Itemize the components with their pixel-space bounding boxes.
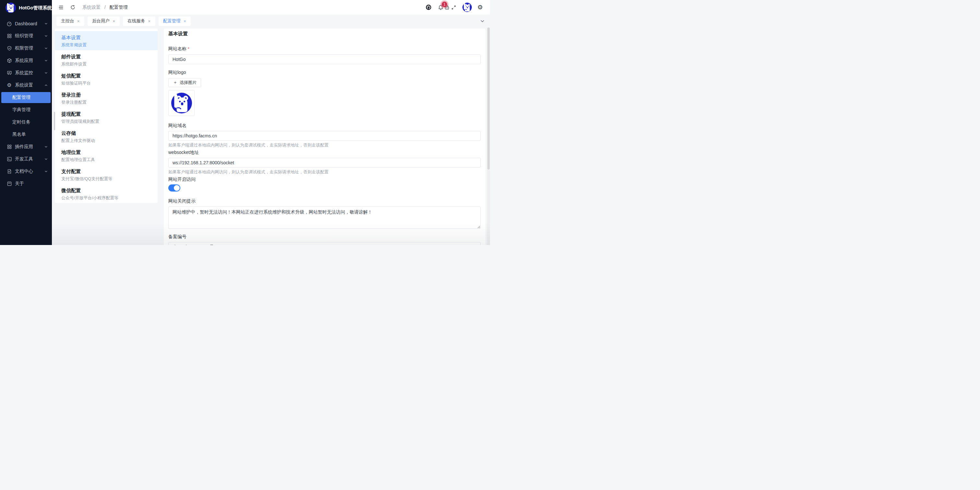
- site-logo-label: 网站logo: [168, 69, 480, 76]
- sidebar-subitem-dictionary[interactable]: 字典管理: [0, 104, 52, 116]
- site-name-input[interactable]: [168, 54, 480, 64]
- settings-nav-panel: 基本设置 系统常规设置 邮件设置 系统邮件设置 短信配置 短信验证码平台 登录注…: [55, 29, 158, 203]
- sidebar-item-system-apps[interactable]: 系统应用: [0, 54, 52, 67]
- required-asterisk: *: [188, 46, 189, 51]
- settings-nav-sms[interactable]: 短信配置 短信验证码平台: [55, 69, 158, 89]
- tab-close-icon[interactable]: ✕: [113, 19, 115, 23]
- site-name-label: 网站名称*: [168, 45, 480, 52]
- tab-backend-users[interactable]: 后台用户 ✕: [88, 16, 120, 26]
- collapse-sidebar-icon[interactable]: [58, 4, 64, 11]
- sidebar-item-system-settings[interactable]: ⚙ 系统设置: [0, 79, 52, 91]
- grid-icon: [6, 144, 12, 150]
- toggle-knob: [174, 185, 180, 191]
- frame-icon: [6, 181, 12, 187]
- vertical-scrollbar-thumb[interactable]: [487, 27, 490, 170]
- websocket-hint: 如果客户端通过本地或内网访问，则认为是调试模式，走实际请求地址，否则走该配置: [168, 169, 480, 175]
- settings-nav-login-register[interactable]: 登录注册 登录注册配置: [55, 89, 158, 108]
- sidebar-item-organization[interactable]: 组织管理: [0, 30, 52, 42]
- sidebar-item-dashboard[interactable]: Dashboard: [0, 17, 52, 30]
- app-title: HotGo管理系统: [19, 5, 52, 11]
- settings-nav-email[interactable]: 邮件设置 系统邮件设置: [55, 50, 158, 69]
- site-domain-input[interactable]: [168, 131, 480, 141]
- sidebar-subitem-scheduled-tasks[interactable]: 定时任务: [0, 116, 52, 128]
- settings-nav-payment[interactable]: 支付配置 支付宝/微信/QQ支付配置等: [55, 165, 158, 184]
- settings-nav-geolocation[interactable]: 地理位置 配置地理位置工具: [55, 146, 158, 165]
- site-domain-hint: 如果客户端通过本地或内网访问，则认为是调试模式，走实际请求地址，否则走该配置: [168, 142, 480, 148]
- websocket-label: websocket地址: [168, 149, 480, 156]
- tab-close-icon[interactable]: ✕: [183, 19, 186, 23]
- pick-image-button[interactable]: ＋ 选择图片: [168, 78, 201, 87]
- chevron-down-icon: [44, 59, 48, 63]
- settings-nav-basic[interactable]: 基本设置 系统常规设置: [55, 31, 158, 50]
- site-domain-label: 网站域名: [168, 122, 480, 129]
- chevron-down-icon: [44, 157, 48, 161]
- breadcrumb-current: 配置管理: [110, 5, 128, 10]
- chevron-down-icon: [44, 34, 48, 38]
- settings-gear-icon[interactable]: ⚙: [477, 4, 483, 10]
- sidebar-menu: Dashboard 组织管理 权限管理: [0, 17, 52, 190]
- breadcrumb-parent[interactable]: 系统设置: [83, 5, 100, 10]
- sidebar-item-dev-tools[interactable]: 开发工具: [0, 153, 52, 165]
- chevron-down-icon: [44, 22, 48, 25]
- site-logo-preview[interactable]: [168, 90, 194, 116]
- breadcrumb: 系统设置 / 配置管理: [83, 5, 128, 10]
- koala-logo-icon: [5, 3, 16, 13]
- fullscreen-icon[interactable]: [450, 4, 457, 11]
- tab-close-icon[interactable]: ✕: [148, 19, 151, 23]
- settings-nav-cloud-storage[interactable]: 云存储 配置上传文件驱动: [55, 127, 158, 146]
- plus-icon: ＋: [173, 80, 177, 86]
- chevron-down-icon: [44, 71, 48, 75]
- monitor-chart-icon: [6, 70, 12, 76]
- chevron-down-icon: [44, 145, 48, 149]
- github-icon[interactable]: [425, 4, 432, 11]
- settings-nav-wechat[interactable]: 微信配置 公众号/开放平台/小程序配置等: [55, 184, 158, 203]
- sidebar: HotGo管理系统 Dashboard 组织管理: [0, 0, 52, 245]
- sidebar-item-system-monitor[interactable]: 系统监控: [0, 67, 52, 79]
- chevron-down-icon: [44, 46, 48, 50]
- vertical-scrollbar[interactable]: [487, 27, 490, 245]
- dashboard-icon: [6, 21, 12, 27]
- top-header: 系统设置 / 配置管理 1 ⚙: [52, 0, 490, 14]
- sidebar-item-docs-center[interactable]: 文档中心: [0, 165, 52, 178]
- settings-nav-withdrawal[interactable]: 提现配置 管理员提现规则配置: [55, 108, 158, 127]
- settings-nav-scrollbar[interactable]: [54, 112, 55, 130]
- icp-label: 备案编号: [168, 233, 480, 240]
- basic-settings-form: 基本设置 网站名称* 网站logo ＋ 选择图片 网站域名 如果客户端通过本地或…: [164, 29, 485, 245]
- sidebar-subitem-config-management[interactable]: 配置管理: [1, 92, 51, 103]
- app-window: HotGo管理系统 Dashboard 组织管理: [0, 0, 490, 245]
- close-tip-textarea[interactable]: 网站维护中，暂时无法访问！本网站正在进行系统维护和技术升级，网站暂时无法访问，敬…: [168, 206, 480, 229]
- app-logo[interactable]: HotGo管理系统: [0, 0, 52, 15]
- breadcrumb-separator: /: [104, 5, 106, 10]
- tab-online-service[interactable]: 在线服务 ✕: [123, 16, 155, 26]
- websocket-input[interactable]: [168, 158, 480, 168]
- site-open-label: 网站开启访问: [168, 176, 480, 183]
- site-open-toggle[interactable]: [168, 184, 180, 192]
- sidebar-item-permissions[interactable]: 权限管理: [0, 42, 52, 54]
- cube-icon: [6, 58, 12, 63]
- grid-icon: [6, 33, 12, 39]
- tab-bar: 主控台 ✕ 后台用户 ✕ 在线服务 ✕ 配置管理 ✕: [52, 14, 490, 27]
- chevron-up-icon: [44, 83, 48, 87]
- sidebar-item-about[interactable]: 关于: [0, 178, 52, 190]
- avatar[interactable]: [463, 3, 472, 12]
- close-tip-label: 网站关闭提示: [168, 197, 480, 205]
- tab-console[interactable]: 主控台 ✕: [56, 16, 84, 26]
- chevron-down-icon: [44, 170, 48, 173]
- refresh-icon[interactable]: [69, 4, 76, 11]
- notification-badge: 1: [442, 2, 447, 7]
- terminal-icon: [6, 157, 12, 162]
- form-heading: 基本设置: [168, 30, 480, 37]
- tabbar-chevron-down-icon[interactable]: [480, 14, 485, 27]
- document-icon: [6, 169, 12, 174]
- koala-logo-image: [171, 93, 192, 113]
- shield-check-icon: [6, 46, 12, 51]
- tab-close-icon[interactable]: ✕: [77, 19, 80, 23]
- gear-icon: ⚙: [6, 82, 12, 88]
- notifications-button[interactable]: 1: [438, 4, 444, 11]
- sidebar-submenu-system-settings: 配置管理 字典管理 定时任务 黑名单: [0, 92, 52, 141]
- icp-input[interactable]: [168, 242, 480, 245]
- tab-config-management[interactable]: 配置管理 ✕: [159, 16, 191, 26]
- sidebar-subitem-blacklist[interactable]: 黑名单: [0, 128, 52, 141]
- sidebar-item-plugins[interactable]: 插件应用: [0, 141, 52, 153]
